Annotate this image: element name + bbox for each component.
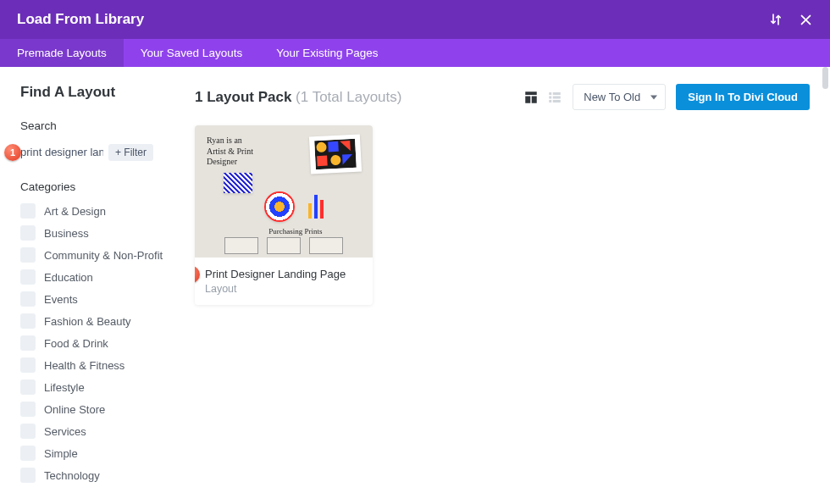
card-body: 2 Print Designer Landing Page Layout (195, 258, 373, 305)
category-item[interactable]: Simple (20, 446, 178, 461)
category-label: Fashion & Beauty (44, 315, 131, 328)
svg-rect-3 (550, 92, 552, 95)
svg-rect-6 (553, 96, 561, 98)
checkbox-icon[interactable] (20, 468, 36, 483)
category-item[interactable]: Lifestyle (20, 379, 178, 395)
category-label: Education (44, 271, 93, 284)
category-label: Lifestyle (44, 381, 85, 394)
checkbox-icon[interactable] (20, 357, 36, 373)
svg-rect-5 (550, 96, 552, 98)
search-row: 1 + Filter (20, 142, 178, 162)
checkbox-icon[interactable] (20, 203, 36, 219)
checkbox-icon[interactable] (20, 424, 36, 439)
checkbox-icon[interactable] (20, 446, 36, 461)
category-item[interactable]: Education (20, 269, 178, 285)
search-input[interactable] (20, 142, 103, 162)
count-label: Layout Pack (207, 89, 291, 105)
controls: New To Old Sign In To Divi Cloud (523, 84, 810, 110)
thumb-pattern-stripes (224, 173, 252, 193)
results-count: 1 Layout Pack (1 Total Layouts) (195, 89, 401, 106)
category-item[interactable]: Online Store (20, 402, 178, 417)
count-sub: (1 Total Layouts) (296, 89, 401, 105)
svg-rect-0 (526, 91, 538, 95)
svg-rect-7 (550, 100, 552, 102)
annotation-badge-2: 2 (195, 266, 200, 283)
tab-premade-layouts[interactable]: Premade Layouts (0, 39, 124, 67)
count-number: 1 (195, 89, 202, 105)
card-thumbnail: Ryan is an Artist & Print Designer Purch… (195, 125, 373, 258)
tab-saved-layouts[interactable]: Your Saved Layouts (124, 39, 259, 67)
main-header: 1 Layout Pack (1 Total Layouts) (195, 84, 810, 110)
scrollbar-thumb[interactable] (822, 67, 828, 89)
category-item[interactable]: Business (20, 225, 178, 241)
category-item[interactable]: Fashion & Beauty (20, 313, 178, 329)
svg-rect-13 (317, 156, 328, 167)
thumb-pattern-bars (308, 195, 324, 219)
annotation-badge-1: 1 (4, 144, 21, 161)
category-label: Art & Design (44, 205, 106, 218)
sort-select-wrap: New To Old (573, 84, 666, 110)
category-label: Business (44, 227, 89, 240)
checkbox-icon[interactable] (20, 402, 36, 417)
thumb-pattern-target (264, 191, 295, 222)
card-title: Print Designer Landing Page (205, 268, 362, 280)
category-label: Food & Drink (44, 337, 108, 350)
category-label: Health & Fitness (44, 359, 125, 372)
checkbox-icon[interactable] (20, 269, 36, 285)
sort-select[interactable]: New To Old (573, 84, 666, 110)
svg-rect-4 (553, 92, 561, 95)
category-label: Online Store (44, 403, 105, 416)
card-subtitle: Layout (205, 283, 362, 295)
thumb-section-label: Purchasing Prints (207, 227, 373, 235)
main-area: 1 Layout Pack (1 Total Layouts) (178, 67, 830, 504)
svg-rect-1 (526, 96, 531, 102)
category-item[interactable]: Services (20, 424, 178, 439)
cards-grid: Ryan is an Artist & Print Designer Purch… (195, 125, 810, 305)
sidebar-title: Find A Layout (20, 84, 178, 101)
svg-rect-8 (553, 100, 561, 102)
categories-label: Categories (20, 180, 178, 193)
category-item[interactable]: Art & Design (20, 203, 178, 219)
search-label: Search (20, 119, 178, 132)
svg-rect-11 (328, 141, 339, 152)
category-label: Community & Non-Profit (44, 249, 163, 262)
category-item[interactable]: Events (20, 291, 178, 307)
category-label: Events (44, 293, 78, 306)
category-item[interactable]: Food & Drink (20, 335, 178, 351)
category-item[interactable]: Community & Non-Profit (20, 247, 178, 263)
category-item[interactable]: Technology (20, 468, 178, 483)
signin-button[interactable]: Sign In To Divi Cloud (676, 84, 810, 110)
checkbox-icon[interactable] (20, 313, 36, 329)
checkbox-icon[interactable] (20, 335, 36, 351)
list-view-icon[interactable] (547, 90, 562, 105)
tabs: Premade Layouts Your Saved Layouts Your … (0, 39, 830, 67)
category-label: Technology (44, 469, 100, 482)
category-item[interactable]: Health & Fitness (20, 357, 178, 373)
checkbox-icon[interactable] (20, 225, 36, 241)
checkbox-icon[interactable] (20, 379, 36, 395)
modal-header: Load From Library (0, 0, 830, 39)
grid-view-icon[interactable] (523, 90, 539, 105)
layout-card[interactable]: Ryan is an Artist & Print Designer Purch… (195, 125, 373, 305)
category-label: Simple (44, 447, 78, 460)
thumb-pattern-geometric (309, 134, 362, 174)
import-export-icon[interactable] (768, 12, 783, 27)
header-actions (768, 12, 813, 27)
filter-chip[interactable]: + Filter (108, 144, 153, 161)
close-icon[interactable] (799, 13, 813, 27)
checkbox-icon[interactable] (20, 247, 36, 263)
modal-title: Load From Library (17, 11, 144, 28)
checkbox-icon[interactable] (20, 291, 36, 307)
sidebar: Find A Layout Search 1 + Filter Categori… (0, 67, 178, 504)
categories-list: Art & Design Business Community & Non-Pr… (20, 203, 178, 483)
svg-rect-2 (532, 96, 537, 102)
thumb-boxes (195, 237, 373, 258)
view-toggle (523, 90, 562, 105)
category-label: Services (44, 425, 86, 438)
tab-existing-pages[interactable]: Your Existing Pages (259, 39, 395, 67)
